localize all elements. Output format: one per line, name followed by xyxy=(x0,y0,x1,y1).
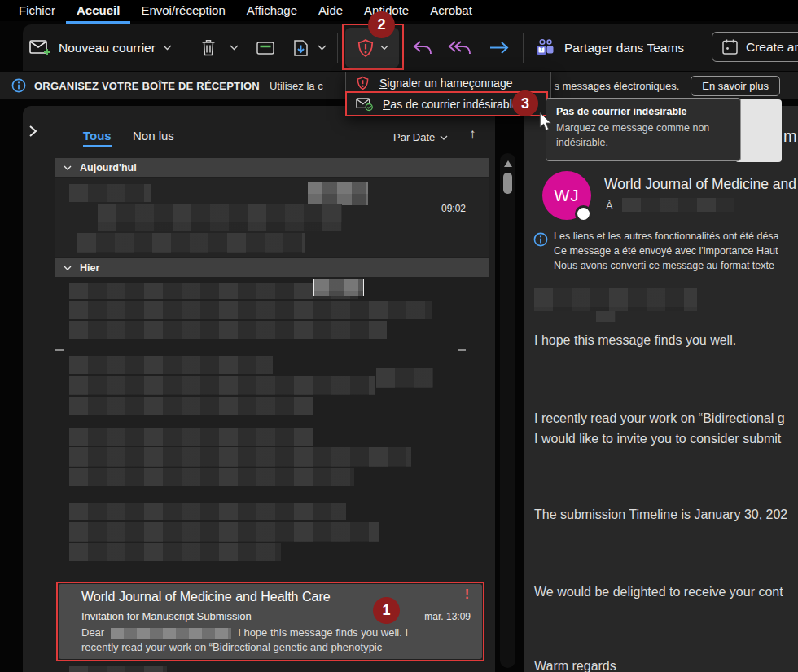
tooltip-title: Pas de courrier indésirable xyxy=(556,106,730,117)
redacted-content xyxy=(376,368,433,388)
create-appointment-label: Create an a xyxy=(746,40,798,55)
move-to-button[interactable] xyxy=(292,24,327,71)
teams-icon: T xyxy=(534,38,557,58)
info-line-3: Nous avons converti ce message au format… xyxy=(554,260,798,271)
filter-tab-unread[interactable]: Non lus xyxy=(133,129,174,143)
group-header-yesterday[interactable]: Hier xyxy=(55,258,489,277)
reply-icon xyxy=(412,39,433,57)
body-line-3: I would like to invite you to consider s… xyxy=(534,432,781,446)
tab-fichier[interactable]: Fichier xyxy=(8,0,66,21)
sort-direction-button[interactable]: ↑ xyxy=(469,126,476,143)
group-label: Hier xyxy=(80,262,99,274)
annotation-badge-1: 1 xyxy=(373,597,400,624)
message-row-redacted[interactable]: 09:02 xyxy=(55,178,489,257)
redacted-greeting xyxy=(596,311,616,322)
move-folder-icon xyxy=(292,39,310,57)
row-divider xyxy=(55,349,64,351)
reply-all-button[interactable] xyxy=(448,24,472,71)
group-label: Aujourd'hui xyxy=(80,162,137,173)
annotation-badge-3: 3 xyxy=(512,90,538,116)
tab-accueil[interactable]: Accueil xyxy=(66,0,130,24)
info-icon xyxy=(533,232,548,247)
to-label: À xyxy=(606,200,613,212)
light-flyout-panel xyxy=(735,99,782,162)
info-line-2: Ce message a été envoyé avec l'importanc… xyxy=(554,245,798,257)
redacted-content xyxy=(77,233,305,253)
reply-all-icon xyxy=(448,39,472,57)
tab-aide[interactable]: Aide xyxy=(308,0,353,21)
svg-text:T: T xyxy=(540,46,543,52)
redacted-content xyxy=(314,279,363,296)
body-line-1: I hope this message finds you well. xyxy=(534,333,736,348)
sort-label: Par Date xyxy=(393,131,435,143)
chevron-down-icon[interactable] xyxy=(318,45,327,51)
redacted-content xyxy=(69,503,346,520)
scrollbar-up-arrow[interactable] xyxy=(504,160,512,167)
subject-fragment: m xyxy=(783,127,797,146)
group-header-today[interactable]: Aujourd'hui xyxy=(55,158,489,177)
not-junk-tooltip: Pas de courrier indésirable Marquez ce m… xyxy=(546,98,741,161)
tab-acrobat[interactable]: Acrobat xyxy=(419,0,483,21)
toolbar-separator xyxy=(191,33,191,63)
create-appointment-button[interactable]: Create an a xyxy=(712,32,798,62)
delete-dropdown-chevron[interactable] xyxy=(230,24,239,71)
redacted-content xyxy=(69,184,151,202)
scrollbar-thumb[interactable] xyxy=(503,173,512,194)
list-scrollbar[interactable] xyxy=(500,153,515,668)
sort-by-button[interactable]: Par Date xyxy=(393,131,448,143)
message-time: 09:02 xyxy=(441,203,466,214)
banner-text-left: Utilisez la c xyxy=(270,80,323,92)
redacted-content xyxy=(69,666,167,672)
redacted-content xyxy=(69,301,432,319)
share-teams-button[interactable]: T Partager dans Teams xyxy=(534,24,684,71)
reply-button[interactable] xyxy=(412,24,433,71)
trash-icon xyxy=(200,38,217,57)
archive-button[interactable] xyxy=(256,24,275,71)
reading-sender-name: World Journal of Medicine and Health Car… xyxy=(604,176,798,193)
mouse-cursor xyxy=(539,112,553,132)
forward-button[interactable] xyxy=(489,24,510,71)
outlook-window: Fichier Accueil Envoi/réception Affichag… xyxy=(0,0,798,672)
chevron-down-icon[interactable] xyxy=(163,45,172,51)
new-mail-button[interactable]: Nouveau courrier xyxy=(29,24,172,71)
redacted-content xyxy=(69,376,375,395)
toolbar-separator xyxy=(337,33,338,63)
redacted-content xyxy=(69,447,411,467)
filter-tab-all[interactable]: Tous xyxy=(83,129,112,147)
delete-button[interactable] xyxy=(200,24,217,71)
annotation-box-step1 xyxy=(56,582,484,661)
new-mail-icon xyxy=(29,38,51,57)
ribbon-tab-bar: Fichier Accueil Envoi/réception Affichag… xyxy=(0,0,798,21)
tab-envoi-reception[interactable]: Envoi/réception xyxy=(130,0,235,21)
redacted-content xyxy=(69,543,281,561)
annotation-badge-2: 2 xyxy=(368,11,395,38)
redacted-recipient xyxy=(622,198,734,212)
banner-title: ORGANISEZ VOTRE BOÎTE DE RÉCEPTION xyxy=(34,80,260,92)
menu-item-label: Signaler un hameçonnage xyxy=(379,77,512,90)
body-line-4: The submission Timeline is January 30, 2… xyxy=(534,507,787,522)
redacted-content xyxy=(69,428,314,446)
forward-icon xyxy=(489,41,510,55)
chevron-down-icon xyxy=(440,135,448,140)
shield-exclaim-icon xyxy=(356,76,370,90)
body-line-5: We would be delighted to receive your co… xyxy=(534,585,783,600)
redacted-content xyxy=(69,397,314,415)
redacted-content xyxy=(98,204,342,231)
share-teams-label: Partager dans Teams xyxy=(564,41,684,55)
archive-icon xyxy=(256,39,275,56)
redacted-content xyxy=(69,468,354,486)
row-divider xyxy=(458,349,466,351)
toolbar-separator xyxy=(523,33,524,63)
new-mail-label: Nouveau courrier xyxy=(59,41,156,55)
tab-affichage[interactable]: Affichage xyxy=(236,0,308,21)
calendar-icon xyxy=(721,38,739,55)
body-line-6: Warm regards xyxy=(534,659,616,672)
toolbar: Nouveau courrier xyxy=(23,24,798,71)
presence-indicator xyxy=(575,205,592,222)
learn-more-button[interactable]: En savoir plus xyxy=(691,76,780,96)
expand-rail-button[interactable] xyxy=(28,125,38,138)
redacted-content xyxy=(69,356,273,374)
tooltip-body: Marquez ce message comme non indésirable… xyxy=(556,121,726,150)
redacted-content xyxy=(69,321,387,339)
redacted-content xyxy=(308,182,368,205)
